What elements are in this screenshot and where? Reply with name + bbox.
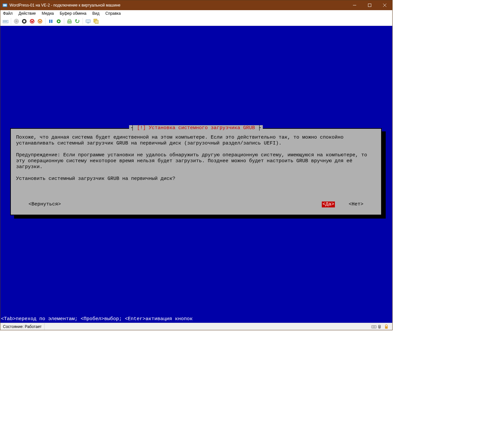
svg-rect-25 <box>68 19 71 21</box>
svg-rect-36 <box>385 326 388 329</box>
enhanced-session-icon[interactable] <box>85 18 91 25</box>
svg-rect-31 <box>372 325 377 328</box>
window-controls <box>347 0 392 10</box>
keyboard-hint: <Tab>переход по элементам; <Пробел>выбор… <box>1 316 193 322</box>
turnoff-icon[interactable] <box>21 18 28 25</box>
svg-rect-1 <box>3 4 7 6</box>
maximize-button[interactable] <box>362 0 377 10</box>
titlebar: WordPress-01 на VE-2 - подключение к вир… <box>0 0 392 10</box>
menu-file[interactable]: Файл <box>3 11 13 16</box>
svg-rect-28 <box>87 23 89 23</box>
svg-rect-30 <box>95 20 98 24</box>
shutdown-icon[interactable] <box>29 18 35 25</box>
toolbar-separator <box>11 18 11 25</box>
menu-media[interactable]: Медиа <box>42 11 54 16</box>
grub-install-dialog: ┤ [!] Установка системного загрузчика GR… <box>10 128 382 215</box>
keyboard-status-icon <box>371 325 377 329</box>
menubar: Файл Действие Медиа Буфер обмена Вид Спр… <box>0 10 392 17</box>
mouse-status-icon <box>378 324 383 329</box>
no-button[interactable]: <Нет> <box>349 202 363 207</box>
svg-rect-8 <box>5 21 6 22</box>
start-disabled-icon <box>13 18 20 25</box>
toolbar-separator <box>83 18 83 25</box>
close-button[interactable] <box>377 0 392 10</box>
svg-rect-27 <box>86 20 90 23</box>
dialog-title: ┤ [!] Установка системного загрузчика GR… <box>129 125 263 131</box>
statusbar: Состояние: Работает <box>0 323 392 330</box>
vm-connection-window: WordPress-01 на VE-2 - подключение к вир… <box>0 0 393 330</box>
back-button[interactable]: <Вернуться> <box>29 202 61 207</box>
menu-clipboard[interactable]: Буфер обмена <box>60 11 87 16</box>
svg-rect-20 <box>49 20 50 23</box>
status-icons <box>371 323 392 330</box>
vm-display[interactable]: ┤ [!] Установка системного загрузчика GR… <box>0 26 392 323</box>
save-icon[interactable] <box>37 18 43 25</box>
window-title: WordPress-01 на VE-2 - подключение к вир… <box>10 3 347 8</box>
svg-rect-13 <box>23 20 25 22</box>
status-text: Состояние: Работает <box>0 323 45 330</box>
menu-help[interactable]: Справка <box>105 11 121 16</box>
toolbar <box>0 17 392 26</box>
dialog-buttons: <Вернуться> <Да> <Нет> <box>11 202 381 207</box>
yes-button[interactable]: <Да> <box>322 202 335 207</box>
minimize-button[interactable] <box>347 0 362 10</box>
svg-rect-7 <box>3 21 4 22</box>
dialog-para1: Похоже, что данная система будет единств… <box>16 135 346 146</box>
reset-icon[interactable] <box>55 18 62 25</box>
share-icon[interactable] <box>93 18 99 25</box>
dialog-para2: Предупреждение: Если программе установки… <box>16 152 370 170</box>
pause-icon[interactable] <box>48 18 54 25</box>
app-icon <box>2 3 8 8</box>
dialog-question: Установить системный загрузчик GRUB на п… <box>16 176 175 182</box>
svg-rect-9 <box>6 21 7 22</box>
dialog-body: Похоже, что данная система будет единств… <box>11 129 381 182</box>
toolbar-separator <box>64 18 64 25</box>
ctrl-alt-del-icon[interactable] <box>2 18 9 25</box>
menu-action[interactable]: Действие <box>19 11 36 16</box>
svg-rect-21 <box>51 20 52 23</box>
svg-rect-3 <box>368 4 371 7</box>
menu-view[interactable]: Вид <box>92 11 100 16</box>
lock-status-icon <box>384 324 390 329</box>
toolbar-separator <box>45 18 46 25</box>
checkpoint-icon[interactable] <box>66 18 73 25</box>
revert-icon[interactable] <box>74 18 81 25</box>
